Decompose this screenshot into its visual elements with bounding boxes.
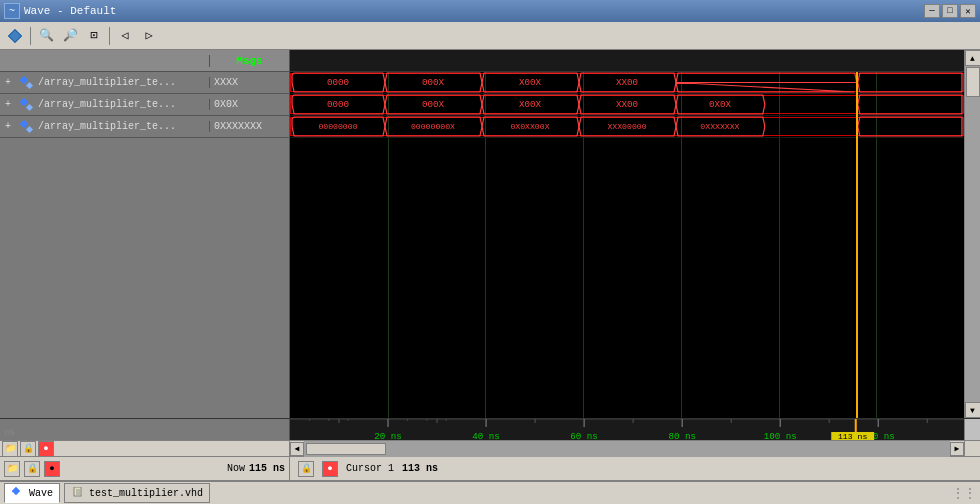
minimize-button[interactable]: ─ bbox=[924, 4, 940, 18]
svg-text:40 ns: 40 ns bbox=[472, 431, 500, 440]
toolbar: 🔍 🔎 ⊡ ◁ ▷ bbox=[0, 22, 980, 50]
title-bar: ~ Wave - Default ─ □ ✕ bbox=[0, 0, 980, 22]
toolbar-fit[interactable]: ⊡ bbox=[83, 25, 105, 47]
wave-area: Msgs + /array_multiplier_te... XXXX + bbox=[0, 50, 980, 418]
scroll-thumb[interactable] bbox=[966, 67, 980, 97]
svg-text:20 ns: 20 ns bbox=[374, 431, 402, 440]
file-tab-icon bbox=[71, 486, 85, 500]
cursor-line bbox=[856, 72, 858, 418]
toolbar-separator-1 bbox=[30, 27, 31, 45]
vertical-scrollbar[interactable]: ▲ ▼ bbox=[964, 50, 980, 418]
status-bar: 📁 🔒 ● Now 115 ns 🔒 ● Cursor 1 113 ns bbox=[0, 456, 980, 480]
svg-rect-4 bbox=[20, 120, 28, 128]
ruler-scrollbar bbox=[964, 419, 980, 440]
h-scroll-bar[interactable] bbox=[304, 441, 950, 457]
cursor-icon-1[interactable]: 🔒 bbox=[298, 461, 314, 477]
signal-panel: Msgs + /array_multiplier_te... XXXX + bbox=[0, 50, 290, 418]
status-record-icon[interactable]: ● bbox=[44, 461, 60, 477]
svg-marker-15 bbox=[676, 83, 855, 93]
main-area: Msgs + /array_multiplier_te... XXXX + bbox=[0, 50, 980, 480]
waveform-rows[interactable]: 0000 000X X00X XX00 bbox=[290, 72, 964, 418]
h-scroll-left[interactable]: 📁 🔒 ● bbox=[0, 441, 290, 457]
toolbar-next[interactable]: ▷ bbox=[138, 25, 160, 47]
close-button[interactable]: ✕ bbox=[960, 4, 976, 18]
signal-icon-2 bbox=[18, 118, 36, 136]
wave-svg-2: 00000000 00000000X 0X0XX00X XXX00000 0XX… bbox=[290, 116, 964, 137]
toolbar-zoom-in[interactable]: 🔍 bbox=[35, 25, 57, 47]
maximize-button[interactable]: □ bbox=[942, 4, 958, 18]
svg-rect-69 bbox=[74, 487, 81, 496]
status-icon-1[interactable]: 📁 bbox=[2, 441, 18, 457]
window-controls: ─ □ ✕ bbox=[924, 4, 976, 18]
svg-rect-2 bbox=[20, 98, 28, 106]
wave-row-2[interactable]: 00000000 00000000X 0X0XX00X XXX00000 0XX… bbox=[290, 116, 964, 138]
horizontal-scrollbar-area: 📁 🔒 ● ◀ ▶ bbox=[0, 440, 980, 456]
svg-rect-1 bbox=[26, 81, 33, 88]
svg-marker-16 bbox=[858, 73, 962, 92]
scroll-up-button[interactable]: ▲ bbox=[965, 50, 981, 66]
scroll-track[interactable] bbox=[965, 66, 981, 402]
svg-marker-38 bbox=[858, 117, 962, 136]
status-icon-3[interactable]: ● bbox=[38, 441, 54, 457]
signal-icon-1 bbox=[18, 96, 36, 114]
expand-icon-1[interactable]: + bbox=[0, 94, 16, 116]
svg-text:100 ns: 100 ns bbox=[764, 431, 797, 440]
wave-svg-0: 0000 000X X00X XX00 bbox=[290, 72, 964, 93]
status-left: 📁 🔒 ● Now 115 ns bbox=[0, 457, 290, 480]
signal-row-1[interactable]: + /array_multiplier_te... 0X0X bbox=[0, 94, 289, 116]
signal-row-2[interactable]: + /array_multiplier_te... 0XXXXXXX bbox=[0, 116, 289, 138]
svg-text:X00X: X00X bbox=[519, 79, 542, 89]
status-folder-icon[interactable]: 📁 bbox=[4, 461, 20, 477]
status-lock-icon[interactable]: 🔒 bbox=[24, 461, 40, 477]
svg-rect-3 bbox=[26, 103, 33, 110]
svg-text:00000000: 00000000 bbox=[318, 123, 357, 132]
taskbar-tab-file[interactable]: test_multiplier.vhd bbox=[64, 483, 210, 503]
svg-text:00000000X: 00000000X bbox=[411, 123, 455, 132]
toolbar-zoom-out[interactable]: 🔎 bbox=[59, 25, 81, 47]
toolbar-btn-1[interactable] bbox=[4, 25, 26, 47]
status-icon-2[interactable]: 🔒 bbox=[20, 441, 36, 457]
svg-text:XX00: XX00 bbox=[616, 101, 638, 111]
svg-text:000X: 000X bbox=[422, 101, 445, 111]
signal-name-0: /array_multiplier_te... bbox=[38, 77, 209, 88]
svg-text:X00X: X00X bbox=[519, 101, 542, 111]
cursor-label: Cursor 1 bbox=[346, 463, 394, 474]
wave-tab-icon bbox=[11, 486, 25, 500]
cursor-icon-2[interactable]: ● bbox=[322, 461, 338, 477]
wave-svg-1: 0000 000X X00X XX00 0X0X bbox=[290, 94, 964, 115]
signal-value-2: 0XXXXXXX bbox=[209, 121, 289, 132]
scroll-down-button[interactable]: ▼ bbox=[965, 402, 981, 418]
signal-value-0: XXXX bbox=[209, 77, 289, 88]
svg-rect-5 bbox=[26, 125, 33, 132]
taskbar: Wave test_multiplier.vhd ⋮⋮ bbox=[0, 480, 980, 504]
expand-icon-0[interactable]: + bbox=[0, 72, 16, 94]
svg-rect-68 bbox=[12, 487, 20, 495]
signal-name-2: /array_multiplier_te... bbox=[38, 121, 209, 132]
svg-text:XXX00000: XXX00000 bbox=[607, 123, 646, 132]
svg-text:0X0XX00X: 0X0XX00X bbox=[510, 123, 549, 132]
h-scroll-left-button[interactable]: ◀ bbox=[290, 442, 304, 456]
h-scroll-right-button[interactable]: ▶ bbox=[950, 442, 964, 456]
name-column-header bbox=[0, 55, 209, 66]
wave-row-0[interactable]: 0000 000X X00X XX00 bbox=[290, 72, 964, 94]
waveform-panel[interactable]: 0000 000X X00X XX00 bbox=[290, 50, 964, 418]
expand-icon-2[interactable]: + bbox=[0, 116, 16, 138]
taskbar-tab-wave[interactable]: Wave bbox=[4, 483, 60, 503]
toolbar-prev[interactable]: ◁ bbox=[114, 25, 136, 47]
svg-rect-0 bbox=[20, 76, 28, 84]
svg-text:113 ns: 113 ns bbox=[838, 432, 868, 440]
svg-text:000X: 000X bbox=[422, 79, 445, 89]
h-scroll-thumb[interactable] bbox=[306, 443, 386, 455]
cursor-time: 113 ns bbox=[402, 463, 438, 474]
signal-row-0[interactable]: + /array_multiplier_te... XXXX bbox=[0, 72, 289, 94]
now-label: Now bbox=[227, 463, 245, 474]
toolbar-separator-2 bbox=[109, 27, 110, 45]
time-ruler: ns bbox=[0, 418, 980, 440]
signal-name-1: /array_multiplier_te... bbox=[38, 99, 209, 110]
now-value: 115 ns bbox=[249, 463, 285, 474]
h-scroll-right bbox=[964, 441, 980, 457]
svg-marker-27 bbox=[858, 95, 962, 114]
wave-row-1[interactable]: 0000 000X X00X XX00 0X0X bbox=[290, 94, 964, 116]
ruler-content[interactable]: 20 ns 40 ns 60 ns 80 ns 100 ns 120 ns 11… bbox=[290, 419, 964, 440]
svg-text:0000: 0000 bbox=[327, 79, 349, 89]
